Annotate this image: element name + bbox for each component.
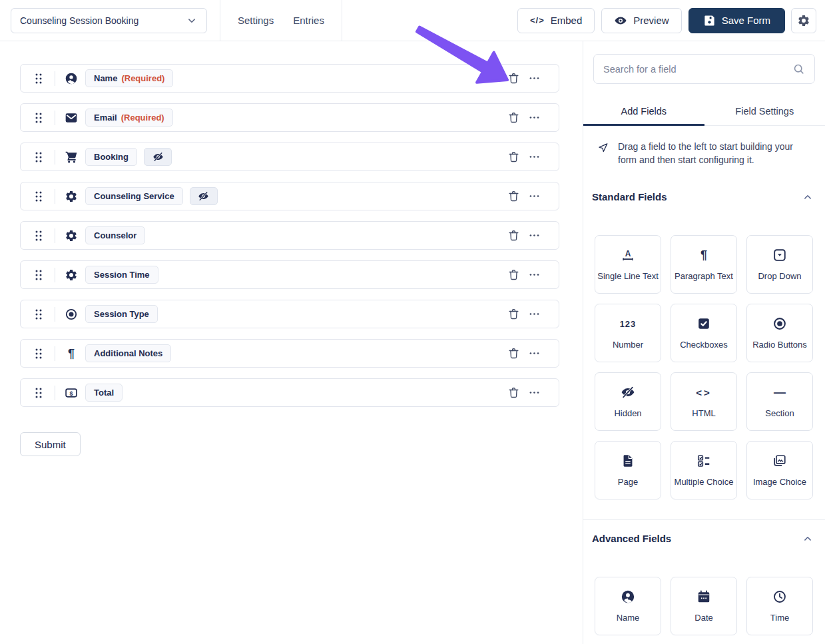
svg-text:$: $ bbox=[69, 390, 73, 396]
more-options-button[interactable] bbox=[528, 308, 541, 320]
delete-field-button[interactable] bbox=[507, 229, 520, 242]
dollar-icon: $ bbox=[65, 386, 78, 400]
search-input[interactable] bbox=[603, 64, 792, 75]
delete-field-button[interactable] bbox=[507, 72, 520, 85]
field-label-badge: Total bbox=[85, 384, 123, 402]
delete-field-button[interactable] bbox=[507, 386, 520, 400]
field-card-single-line-text[interactable]: A Single Line Text bbox=[595, 235, 661, 294]
pilcrow-icon: ¶ bbox=[700, 247, 707, 263]
nav-entries[interactable]: Entries bbox=[293, 15, 324, 26]
more-options-button[interactable] bbox=[528, 72, 541, 85]
form-field-row[interactable]: Session Time bbox=[20, 260, 559, 289]
row-divider bbox=[55, 386, 55, 400]
field-card-date[interactable]: Date bbox=[671, 577, 737, 635]
svg-text:A: A bbox=[625, 249, 631, 258]
dropdown-icon bbox=[772, 247, 787, 263]
delete-field-button[interactable] bbox=[507, 308, 520, 321]
drag-handle-icon[interactable] bbox=[34, 346, 43, 361]
field-label-badge: Counselor bbox=[85, 226, 145, 244]
advanced-fields-section-header[interactable]: Advanced Fields bbox=[592, 533, 814, 545]
field-card-html[interactable]: <> HTML bbox=[671, 372, 737, 431]
field-card-drop-down[interactable]: Drop Down bbox=[746, 235, 813, 294]
field-label-badge: Session Type bbox=[85, 305, 158, 323]
delete-field-button[interactable] bbox=[507, 151, 520, 164]
more-options-button[interactable] bbox=[528, 347, 541, 360]
form-field-row[interactable]: Session Type bbox=[20, 300, 559, 328]
embed-button[interactable]: </> Embed bbox=[517, 8, 595, 33]
form-field-row[interactable]: Counseling Service bbox=[20, 182, 559, 210]
tab-add-fields[interactable]: Add Fields bbox=[583, 97, 704, 125]
submit-button[interactable]: Submit bbox=[20, 432, 81, 456]
field-card-image-choice[interactable]: Image Choice bbox=[746, 441, 813, 499]
drag-handle-icon[interactable] bbox=[34, 189, 43, 204]
field-card-checkboxes[interactable]: Checkboxes bbox=[671, 304, 737, 362]
delete-field-button[interactable] bbox=[507, 111, 520, 125]
more-options-button[interactable] bbox=[528, 386, 541, 399]
form-field-row[interactable]: $ Total bbox=[20, 378, 559, 407]
single-line-text-icon: A bbox=[621, 247, 635, 263]
field-card-section[interactable]: — Section bbox=[746, 372, 813, 431]
delete-field-button[interactable] bbox=[507, 190, 520, 203]
field-type-label: Date bbox=[694, 613, 712, 623]
field-type-label: Time bbox=[770, 613, 789, 623]
more-options-button[interactable] bbox=[528, 111, 541, 124]
field-label-badge: Booking bbox=[85, 148, 137, 166]
row-divider bbox=[55, 71, 55, 86]
standard-fields-section-header[interactable]: Standard Fields bbox=[592, 191, 814, 203]
more-options-button[interactable] bbox=[528, 190, 541, 202]
form-canvas: Name(Required) Email(Required) bbox=[0, 41, 583, 644]
delete-field-button[interactable] bbox=[507, 347, 520, 360]
checkbox-icon bbox=[696, 316, 711, 332]
row-divider bbox=[55, 228, 55, 243]
field-type-label: Checkboxes bbox=[680, 340, 728, 350]
save-button-label: Save Form bbox=[722, 15, 770, 26]
gear-icon bbox=[65, 268, 78, 282]
drag-handle-icon[interactable] bbox=[34, 150, 43, 164]
chevron-up-icon[interactable] bbox=[802, 191, 814, 203]
tab-field-settings[interactable]: Field Settings bbox=[704, 97, 825, 125]
more-options-button[interactable] bbox=[528, 229, 541, 242]
field-card-time[interactable]: Time bbox=[746, 577, 813, 635]
cart-icon bbox=[65, 151, 78, 164]
drag-handle-icon[interactable] bbox=[34, 111, 43, 125]
form-field-row[interactable]: Name(Required) bbox=[20, 64, 559, 93]
number-icon: 123 bbox=[620, 316, 637, 332]
drag-handle-icon[interactable] bbox=[34, 71, 43, 86]
field-card-paragraph-text[interactable]: ¶ Paragraph Text bbox=[671, 235, 737, 294]
section-divider bbox=[583, 519, 825, 520]
floppy-disk-icon bbox=[703, 14, 716, 27]
delete-field-button[interactable] bbox=[507, 268, 520, 282]
field-card-number[interactable]: 123 Number bbox=[595, 304, 661, 362]
field-label-badge: Additional Notes bbox=[85, 344, 171, 362]
field-card-hidden[interactable]: Hidden bbox=[595, 372, 661, 431]
form-field-row[interactable]: Counselor bbox=[20, 221, 559, 250]
save-form-button[interactable]: Save Form bbox=[688, 8, 785, 33]
form-field-row[interactable]: ¶ Additional Notes bbox=[20, 339, 559, 368]
field-label: Additional Notes bbox=[94, 348, 162, 358]
field-card-page[interactable]: Page bbox=[595, 441, 661, 499]
field-card-name[interactable]: Name bbox=[595, 577, 661, 635]
eye-icon bbox=[614, 14, 627, 27]
nav-settings[interactable]: Settings bbox=[238, 15, 274, 26]
more-options-button[interactable] bbox=[528, 268, 541, 281]
settings-gear-button[interactable] bbox=[791, 8, 816, 33]
drag-handle-icon[interactable] bbox=[34, 228, 43, 243]
eye-off-icon bbox=[621, 384, 635, 400]
field-type-label: Number bbox=[613, 340, 643, 350]
drag-handle-icon[interactable] bbox=[34, 386, 43, 400]
drag-handle-icon[interactable] bbox=[34, 268, 43, 282]
gear-icon bbox=[65, 229, 78, 242]
field-card-multiple-choice[interactable]: Multiple Choice bbox=[671, 441, 737, 499]
chevron-up-icon[interactable] bbox=[802, 533, 814, 545]
form-field-row[interactable]: Email(Required) bbox=[20, 103, 559, 132]
field-card-radio-buttons[interactable]: Radio Buttons bbox=[746, 304, 813, 362]
field-type-label: Multiple Choice bbox=[675, 477, 734, 487]
field-type-label: Single Line Text bbox=[597, 271, 659, 281]
more-options-button[interactable] bbox=[528, 151, 541, 163]
radio-icon bbox=[65, 308, 78, 321]
field-label: Booking bbox=[94, 152, 129, 162]
preview-button[interactable]: Preview bbox=[601, 8, 681, 33]
form-field-row[interactable]: Booking bbox=[20, 143, 559, 171]
drag-handle-icon[interactable] bbox=[34, 307, 43, 322]
form-selector-dropdown[interactable]: Counseling Session Booking bbox=[11, 8, 207, 33]
